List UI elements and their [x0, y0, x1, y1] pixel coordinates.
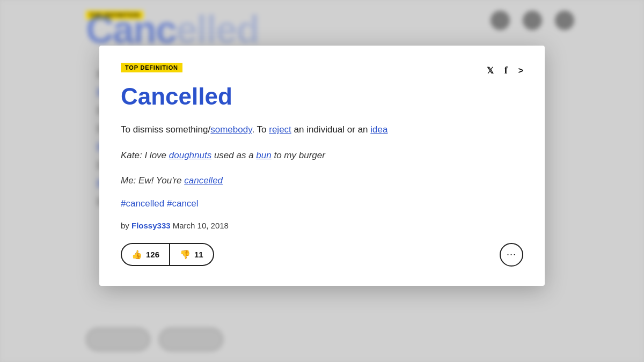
down-count: 11 — [194, 250, 203, 259]
thumbs-down-button[interactable]: 👎 11 — [170, 243, 214, 266]
def-link-idea[interactable]: idea — [370, 124, 387, 135]
author-date: March 10, 2018 — [173, 221, 229, 230]
bg-icons — [491, 11, 574, 30]
example2-link-cancelled[interactable]: cancelled — [184, 175, 223, 186]
def-text-mid2: an individual or an — [291, 124, 370, 135]
vote-section: 👍 126 👎 11 — [121, 243, 214, 266]
example-block: Kate: I love doughnuts used as a bun to … — [121, 148, 523, 162]
author-line: by Flossy333 March 10, 2018 — [121, 221, 523, 230]
def-link-reject[interactable]: reject — [269, 124, 291, 135]
author-username[interactable]: Flossy333 — [131, 221, 171, 230]
example-prefix: Kate: I love — [121, 150, 169, 160]
share-icons-group — [487, 65, 523, 76]
def-text-mid1: . To — [252, 124, 269, 135]
hashtags[interactable]: #cancelled #cancel — [121, 198, 523, 209]
definition-card: TOP DEFINITION Cancelled To dismiss some… — [99, 46, 545, 286]
bg-bottom-buttons — [86, 328, 223, 351]
facebook-share-icon[interactable] — [504, 65, 508, 76]
by-label: by — [121, 221, 129, 230]
definition-text: To dismiss something/somebody. To reject… — [121, 122, 523, 137]
example2-prefix: Me: Ew! You're — [121, 175, 184, 186]
card-footer: 👍 126 👎 11 ··· — [121, 243, 523, 267]
more-options-button[interactable]: ··· — [500, 243, 523, 267]
top-definition-badge: TOP DEFINITION — [121, 63, 182, 72]
example-suffix: to my burger — [272, 150, 325, 160]
thumbs-up-button[interactable]: 👍 126 — [121, 243, 170, 266]
def-link-somebody[interactable]: somebody — [210, 124, 252, 135]
word-title: Cancelled — [121, 84, 523, 109]
def-text-prefix: To dismiss something/ — [121, 124, 210, 135]
example-mid1: used as a — [211, 150, 256, 160]
example-link-bun[interactable]: bun — [256, 150, 271, 160]
example-line-2: Me: Ew! You're cancelled — [121, 173, 523, 188]
example-link-doughnuts[interactable]: doughnuts — [169, 150, 211, 160]
card-header: TOP DEFINITION — [121, 63, 523, 76]
thumbs-down-icon: 👎 — [180, 249, 191, 260]
up-count: 126 — [146, 250, 159, 259]
share-more-icon[interactable] — [518, 65, 523, 76]
example-block-2: Me: Ew! You're cancelled — [121, 173, 523, 188]
example-line-1: Kate: I love doughnuts used as a bun to … — [121, 148, 523, 162]
bg-title-text: Cancelled — [86, 8, 259, 51]
thumbs-up-icon: 👍 — [131, 249, 142, 260]
twitter-share-icon[interactable] — [487, 65, 494, 76]
